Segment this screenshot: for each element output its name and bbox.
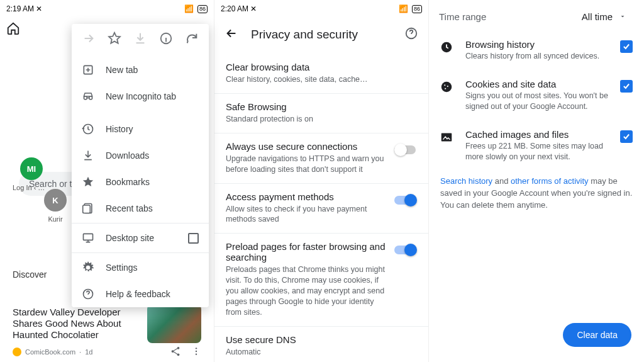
svg-point-5 [196,353,197,354]
menu-separator [72,252,209,253]
desktop-site-checkbox[interactable] [188,233,199,244]
checkbox[interactable] [620,130,633,143]
check-cookies[interactable]: Cookies and site data Signs you out of m… [429,71,644,121]
settings-header: Privacy and security [214,18,428,54]
discover-article[interactable]: Stardew Valley Developer Shares Good New… [13,307,201,358]
setting-secure-connections[interactable]: Always use secure connections Upgrade na… [214,133,428,184]
shortcut-label: Kurir [36,215,74,223]
info-icon[interactable] [159,31,173,48]
back-icon[interactable] [225,26,238,43]
dropdown-icon [619,11,626,22]
svg-point-17 [445,88,446,89]
svg-point-16 [447,86,448,87]
source-favicon [13,348,21,356]
download-icon[interactable] [133,31,147,48]
status-time: 2:20 AM ✕ [221,4,257,13]
menu-item-label: Recent tabs [106,203,153,213]
link-other-activity[interactable]: other forms of activity [511,176,589,186]
refresh-icon[interactable] [185,31,199,48]
shortcut-item[interactable]: K Kurir [36,189,74,223]
menu-recent-tabs[interactable]: Recent tabs [72,195,209,222]
info-note: Search history and other forms of activi… [429,171,644,217]
menu-item-label: Desktop site [106,233,154,243]
discover-label: Discover [13,269,47,280]
cookie-icon [439,80,454,94]
setting-preload-pages[interactable]: Preload pages for faster browsing and se… [214,234,428,326]
image-icon [439,130,454,144]
checkbox[interactable] [620,40,633,53]
svg-point-1 [172,350,174,353]
menu-settings[interactable]: Settings [72,254,209,281]
signal-icon: 📶 [184,4,194,13]
menu-downloads[interactable]: Downloads [72,142,209,169]
setting-safe-browsing[interactable]: Safe Browsing Standard protection is on [214,94,428,133]
menu-help[interactable]: Help & feedback [72,281,209,307]
svg-rect-18 [441,133,452,141]
page-title: Privacy and security [251,28,358,42]
svg-point-3 [196,348,197,349]
status-bar: 2:19 AM ✕ 📶 86 [0,0,214,18]
dnd-icon: ✕ [250,4,257,13]
dnd-icon: ✕ [36,4,42,13]
home-icon[interactable] [6,21,20,38]
check-browsing-history[interactable]: Browsing history Clears history from all… [429,31,644,71]
svg-point-4 [196,351,197,352]
menu-new-tab[interactable]: New tab [72,57,209,83]
menu-item-label: New Incognito tab [106,91,176,101]
switch-secure-connections[interactable] [394,144,417,156]
clock-icon [439,40,454,54]
link-search-history[interactable]: Search history [440,176,492,186]
article-title: Stardew Valley Developer Shares Good New… [13,307,138,341]
svg-point-15 [444,84,445,86]
checkbox[interactable] [620,80,633,93]
menu-item-label: New tab [106,65,138,75]
star-icon[interactable] [108,31,121,48]
svg-rect-9 [83,205,91,213]
menu-item-label: Help & feedback [106,289,170,299]
menu-bookmarks[interactable]: Bookmarks [72,169,209,195]
battery-badge: 86 [412,5,422,13]
svg-point-0 [177,347,180,349]
menu-item-label: History [106,124,133,134]
panel-privacy-settings: 2:20 AM ✕ 📶 86 Privacy and security Clea… [214,0,429,362]
menu-incognito[interactable]: New Incognito tab [72,83,209,110]
status-bar: 2:20 AM ✕ 📶 86 [214,0,428,18]
menu-history[interactable]: History [72,116,209,142]
svg-point-2 [177,353,180,356]
shortcut-badge: MI [20,157,43,180]
menu-desktop-site[interactable]: Desktop site [72,225,209,251]
time-range-label: Time range [439,11,486,22]
battery-badge: 86 [197,5,208,13]
svg-rect-10 [84,234,93,240]
setting-payment-methods[interactable]: Access payment methods Allow sites to ch… [214,184,428,234]
forward-icon[interactable] [82,31,96,48]
article-meta: ComicBook.com · 1d [13,346,201,358]
overflow-menu: New tab New Incognito tab History Downlo… [72,24,209,307]
menu-separator [72,223,209,223]
menu-item-label: Settings [106,263,138,273]
time-range-value: All time [582,11,613,22]
panel-clear-browsing-data: Time range All time Browsing history Cle… [429,0,644,362]
article-thumbnail [147,304,201,343]
signal-icon: 📶 [399,4,408,13]
switch-preload-pages[interactable] [394,244,417,256]
shortcuts: MI Log In ‹ Mo… K Kurir [13,157,74,223]
menu-item-label: Bookmarks [106,177,150,187]
setting-clear-data[interactable]: Clear browsing data Clear history, cooki… [214,54,428,94]
clear-data-button[interactable]: Clear data [563,323,631,347]
switch-payment-methods[interactable] [394,194,417,206]
time-range-selector[interactable]: Time range All time [429,0,644,31]
more-icon[interactable] [191,346,201,358]
help-icon[interactable] [404,26,418,43]
svg-point-14 [441,82,452,93]
check-cached[interactable]: Cached images and files Frees up 221 MB.… [429,121,644,171]
menu-item-label: Downloads [106,150,149,161]
setting-secure-dns[interactable]: Use secure DNS Automatic [214,327,428,362]
shortcut-badge: K [44,189,67,212]
panel-browser-home: 2:19 AM ✕ 📶 86 Search or type MI Log In … [0,0,214,362]
share-icon[interactable] [170,346,181,358]
status-time: 2:19 AM ✕ [6,4,42,13]
